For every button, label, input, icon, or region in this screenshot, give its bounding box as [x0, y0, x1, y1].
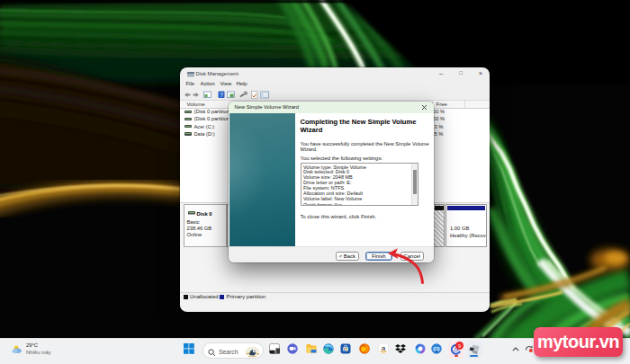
svg-text:9: 9	[457, 342, 460, 348]
svg-text:a: a	[381, 344, 385, 352]
svg-text:?: ?	[220, 91, 223, 97]
